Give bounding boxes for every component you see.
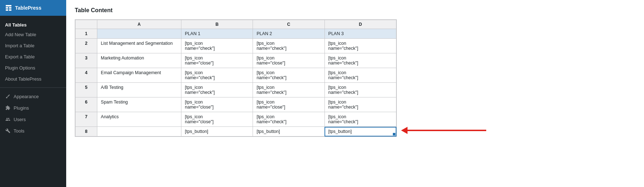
red-arrow-line xyxy=(408,130,486,131)
cell-2c[interactable]: [tps_iconname="check"] xyxy=(253,39,325,53)
cell-1a[interactable] xyxy=(97,29,181,39)
cell-7d[interactable]: [tps_iconname="check"] xyxy=(325,112,396,127)
main-content: Table Content A B C D 1 xyxy=(66,0,644,187)
svg-rect-4 xyxy=(9,9,11,11)
spreadsheet-table: A B C D 1 PLAN 1 PLAN 2 PLAN 3 xyxy=(75,20,396,136)
table-row: 5 A/B Testing [tps_iconname="check"] [tp… xyxy=(75,83,396,97)
cell-3a[interactable]: Marketing Automation xyxy=(97,53,181,68)
sidebar-item-users[interactable]: Users xyxy=(0,114,66,125)
table-row: 6 Spam Testing [tps_iconname="close"] [t… xyxy=(75,97,396,112)
cell-8b[interactable]: [tps_button] xyxy=(181,127,253,136)
table-container: A B C D 1 PLAN 1 PLAN 2 PLAN 3 xyxy=(75,19,397,137)
row-num-7: 7 xyxy=(75,112,97,127)
cell-8d[interactable]: [tps_button] xyxy=(325,127,396,136)
red-arrow-annotation xyxy=(401,127,486,134)
sidebar-item-export-table[interactable]: Export a Table xyxy=(0,51,66,62)
users-icon xyxy=(5,116,11,122)
sidebar-item-appearance-label: Appearance xyxy=(14,94,39,99)
col-header-rownum xyxy=(75,20,97,29)
plugin-icon xyxy=(5,105,11,111)
sidebar-item-plugin-options[interactable]: Plugin Options xyxy=(0,62,66,73)
col-header-a: A xyxy=(97,20,181,29)
sidebar-item-import-table[interactable]: Import a Table xyxy=(0,40,66,51)
col-header-row: A B C D xyxy=(75,20,396,29)
row-num-2: 2 xyxy=(75,39,97,53)
sidebar-logo-text: TablePress xyxy=(15,5,42,11)
cell-7a[interactable]: Analytics xyxy=(97,112,181,127)
row-num-8: 8 xyxy=(75,127,97,136)
sidebar-item-users-label: Users xyxy=(14,117,26,122)
cell-6d[interactable]: [tps_iconname="check"] xyxy=(325,97,396,112)
svg-rect-0 xyxy=(6,5,11,6)
red-arrow-head-icon xyxy=(401,127,408,134)
table-row: 1 PLAN 1 PLAN 2 PLAN 3 xyxy=(75,29,396,39)
sidebar-item-plugins-label: Plugins xyxy=(14,105,29,111)
cell-4a[interactable]: Email Campaign Management xyxy=(97,68,181,83)
col-header-d: D xyxy=(325,20,396,29)
svg-rect-2 xyxy=(9,7,11,9)
table-row: 7 Analytics [tps_iconname="close"] [tps_… xyxy=(75,112,396,127)
cell-2a[interactable]: List Management and Segmentation xyxy=(97,39,181,53)
cell-6a[interactable]: Spam Testing xyxy=(97,97,181,112)
cell-4d[interactable]: [tps_iconname="check"] xyxy=(325,68,396,83)
table-wrapper: A B C D 1 PLAN 1 PLAN 2 PLAN 3 xyxy=(75,19,397,138)
section-title: Table Content xyxy=(75,7,635,14)
table-row: 8 [tps_button] [tps_button] [tps_button] xyxy=(75,127,396,136)
cell-5c[interactable]: [tps_iconname="check"] xyxy=(253,83,325,97)
cell-4b[interactable]: [tps_iconname="check"] xyxy=(181,68,253,83)
sidebar-item-plugins[interactable]: Plugins xyxy=(0,102,66,114)
cell-2b[interactable]: [tps_iconname="check"] xyxy=(181,39,253,53)
cell-5d[interactable]: [tps_iconname="check"] xyxy=(325,83,396,97)
cell-1c[interactable]: PLAN 2 xyxy=(253,29,325,39)
sidebar: TablePress All Tables Add New Table Impo… xyxy=(0,0,66,187)
col-header-c: C xyxy=(253,20,325,29)
cell-4c[interactable]: [tps_iconname="check"] xyxy=(253,68,325,83)
row-num-4: 4 xyxy=(75,68,97,83)
svg-rect-3 xyxy=(6,9,8,11)
cell-8a[interactable] xyxy=(97,127,181,136)
cell-1d[interactable]: PLAN 3 xyxy=(325,29,396,39)
table-row: 2 List Management and Segmentation [tps_… xyxy=(75,39,396,53)
cell-3d[interactable]: [tps_iconname="check"] xyxy=(325,53,396,68)
cell-3b[interactable]: [tps_iconname="close"] xyxy=(181,53,253,68)
tablepress-logo-icon xyxy=(5,4,12,11)
cell-3c[interactable]: [tps_iconname="close"] xyxy=(253,53,325,68)
col-header-b: B xyxy=(181,20,253,29)
cell-6b[interactable]: [tps_iconname="close"] xyxy=(181,97,253,112)
sidebar-item-add-new-table[interactable]: Add New Table xyxy=(0,29,66,40)
sidebar-item-tools[interactable]: Tools xyxy=(0,125,66,136)
sidebar-nav-tablepress: All Tables Add New Table Import a Table … xyxy=(0,16,66,139)
sidebar-item-tools-label: Tools xyxy=(14,128,24,134)
cell-7b[interactable]: [tps_iconname="close"] xyxy=(181,112,253,127)
row-num-5: 5 xyxy=(75,83,97,97)
table-row: 4 Email Campaign Management [tps_iconnam… xyxy=(75,68,396,83)
cell-7c[interactable]: [tps_iconname="check"] xyxy=(253,112,325,127)
sidebar-item-all-tables[interactable]: All Tables xyxy=(0,19,66,29)
row-num-6: 6 xyxy=(75,97,97,112)
cell-5b[interactable]: [tps_iconname="check"] xyxy=(181,83,253,97)
paint-brush-icon xyxy=(5,94,11,99)
sidebar-logo[interactable]: TablePress xyxy=(0,0,66,16)
cell-6c[interactable]: [tps_iconname="close"] xyxy=(253,97,325,112)
cell-1b[interactable]: PLAN 1 xyxy=(181,29,253,39)
sidebar-item-appearance[interactable]: Appearance xyxy=(0,91,66,102)
row-num-3: 3 xyxy=(75,53,97,68)
cell-5a[interactable]: A/B Testing xyxy=(97,83,181,97)
cell-8c[interactable]: [tps_button] xyxy=(253,127,325,136)
row-num-1: 1 xyxy=(75,29,97,39)
sidebar-item-about-tablepress[interactable]: About TablePress xyxy=(0,73,66,85)
tools-icon xyxy=(5,128,11,134)
svg-rect-1 xyxy=(6,7,8,9)
table-row: 3 Marketing Automation [tps_iconname="cl… xyxy=(75,53,396,68)
cell-2d[interactable]: [tps_iconname="check"] xyxy=(325,39,396,53)
